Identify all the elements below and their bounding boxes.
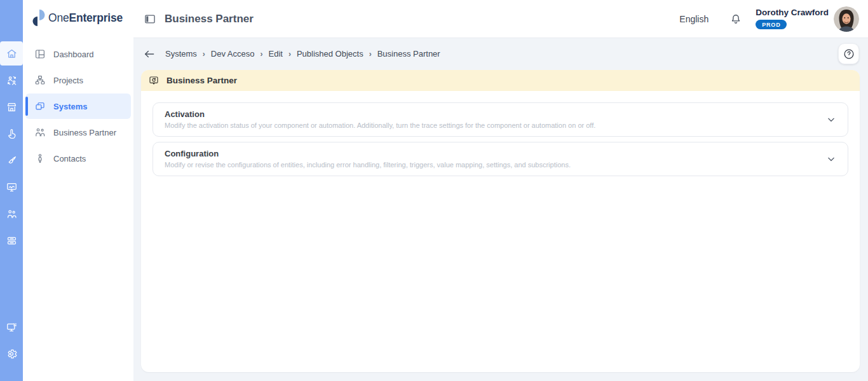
sidebar-item-label: Business Partner (53, 128, 116, 137)
monitor-apps-icon (6, 321, 18, 333)
sidebar-item-systems[interactable]: Systems (25, 94, 131, 119)
users-icon (6, 208, 18, 220)
gear-icon (6, 348, 18, 360)
panel-toggle-icon[interactable] (144, 13, 156, 25)
sidebar-item-business-partner[interactable]: Business Partner (25, 120, 131, 145)
chevron-down-icon[interactable] (825, 153, 837, 165)
rail-item-settings[interactable] (1, 343, 22, 364)
main-area: Business Partner English Dorothy Crawfor… (133, 0, 868, 381)
top-header: Business Partner English Dorothy Crawfor… (133, 0, 868, 38)
hand-pointer-icon (6, 128, 18, 140)
breadcrumb-item[interactable]: Systems (165, 49, 197, 59)
page-title: Business Partner (165, 13, 254, 25)
user-menu[interactable]: Dorothy Crawford PROD (756, 8, 829, 29)
rail-item-monitor-activity[interactable] (1, 177, 22, 197)
sidebar-item-contacts[interactable]: Contacts (25, 146, 131, 171)
accordion-description: Modify the activation status of your com… (165, 121, 820, 129)
sidebar-item-label: Contacts (53, 154, 86, 163)
avatar-image (834, 6, 859, 32)
server-stack-icon (6, 235, 18, 247)
breadcrumb-item[interactable]: Business Partner (377, 49, 440, 59)
language-selector[interactable]: English (679, 14, 709, 24)
brand-name: OneEnterprise (48, 11, 123, 25)
paintbrush-icon (6, 155, 18, 167)
breadcrumb-separator: › (288, 50, 291, 59)
rail-item-users[interactable] (1, 204, 22, 224)
chevron-down-icon[interactable] (825, 113, 837, 126)
breadcrumb-separator: › (369, 50, 372, 59)
accordion-title: Activation (165, 109, 820, 119)
sidebar-item-dashboard[interactable]: Dashboard (25, 41, 131, 67)
breadcrumb-bar: Systems › Dev Acceso › Edit › Published … (133, 38, 868, 69)
rail-item-monitor-apps[interactable] (1, 317, 22, 337)
breadcrumb-item[interactable]: Published Objects (297, 49, 363, 59)
help-button[interactable] (838, 43, 859, 64)
avatar[interactable] (834, 6, 859, 32)
sidebar: OneEnterprise Dashboard Projects Systems… (23, 0, 133, 381)
rail-item-user-sync[interactable] (1, 70, 22, 90)
dashboard-icon (34, 48, 46, 60)
user-sync-icon (6, 74, 18, 87)
app-window: OneEnterprise Dashboard Projects Systems… (0, 0, 868, 381)
sidebar-item-label: Systems (53, 102, 87, 111)
rail-item-hand-pointer[interactable] (1, 123, 22, 144)
rail-item-storefront[interactable] (1, 97, 22, 117)
systems-windows-icon (34, 100, 46, 112)
icon-rail (0, 0, 23, 381)
sidebar-item-projects[interactable]: Projects (25, 67, 131, 93)
breadcrumb: Systems › Dev Acceso › Edit › Published … (165, 49, 440, 59)
rail-item-paintbrush[interactable] (1, 150, 22, 170)
contact-person-icon (34, 153, 46, 164)
storefront-icon (6, 101, 18, 113)
rail-item-home[interactable] (0, 41, 23, 66)
rail-item-server-stack[interactable] (1, 230, 22, 251)
monitor-activity-icon (6, 181, 18, 193)
notification-bell-icon[interactable] (729, 13, 742, 25)
accordion-configuration[interactable]: Configuration Modify or revise the confi… (153, 142, 848, 176)
home-icon (6, 48, 18, 60)
content-panel: Business Partner Activation Modify the a… (141, 70, 860, 372)
breadcrumb-item[interactable]: Edit (269, 49, 283, 59)
sidebar-item-label: Dashboard (53, 50, 94, 59)
breadcrumb-item[interactable]: Dev Acceso (211, 49, 255, 59)
section-list: Activation Modify the activation status … (141, 91, 860, 188)
business-partner-people-icon (34, 127, 46, 138)
user-name: Dorothy Crawford (756, 8, 829, 18)
help-question-icon (843, 48, 855, 60)
entity-banner: Business Partner (141, 70, 860, 91)
sidebar-menu: Dashboard Projects Systems Business Part… (23, 41, 133, 172)
accordion-description: Modify or revise the configurations of e… (165, 161, 820, 169)
accordion-title: Configuration (165, 149, 820, 158)
brand-logo-mark-icon (31, 8, 47, 27)
projects-hierarchy-icon (34, 74, 46, 86)
breadcrumb-separator: › (261, 50, 263, 59)
accordion-activation[interactable]: Activation Modify the activation status … (153, 102, 848, 137)
brand-logo[interactable]: OneEnterprise (31, 8, 123, 27)
sidebar-item-label: Projects (53, 76, 83, 85)
entity-sync-bubble-icon (148, 75, 159, 87)
breadcrumb-separator: › (203, 50, 205, 59)
environment-badge: PROD (756, 20, 787, 29)
back-arrow-icon[interactable] (143, 48, 156, 60)
entity-banner-title: Business Partner (166, 76, 237, 85)
